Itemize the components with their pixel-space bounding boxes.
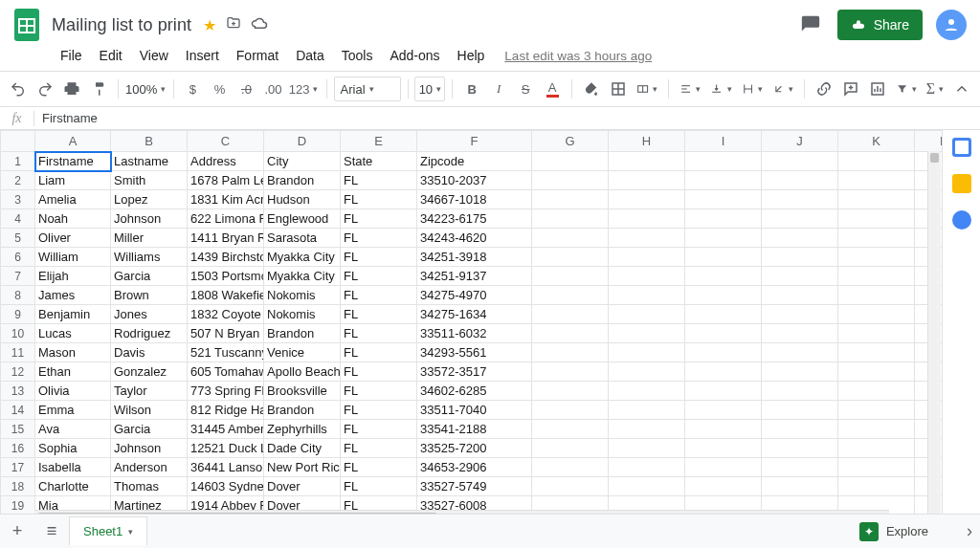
format-percent-button[interactable]: % <box>207 76 232 102</box>
cell[interactable]: Brandon <box>264 401 341 420</box>
cell[interactable] <box>609 477 685 496</box>
cell[interactable] <box>762 229 838 248</box>
menu-addons[interactable]: Add-ons <box>381 44 448 67</box>
cell[interactable] <box>838 362 915 382</box>
cell[interactable]: FL <box>341 362 417 382</box>
row-header[interactable]: 19 <box>1 496 35 515</box>
cell[interactable]: Rodriguez <box>111 324 188 343</box>
cell[interactable]: 34251-9137 <box>417 267 532 286</box>
cell[interactable]: Hudson <box>264 190 341 209</box>
cell[interactable]: Address <box>188 152 264 171</box>
cell[interactable] <box>838 305 915 324</box>
row-header[interactable]: 4 <box>1 209 35 229</box>
formula-input[interactable]: Firstname <box>34 111 105 125</box>
cell[interactable] <box>609 439 685 458</box>
cell[interactable]: Johnson <box>111 209 188 229</box>
cell[interactable] <box>762 267 838 286</box>
cell[interactable] <box>838 324 915 343</box>
print-button[interactable] <box>59 76 84 102</box>
cell[interactable] <box>762 401 838 420</box>
cell[interactable] <box>685 458 762 477</box>
cell[interactable] <box>838 420 915 439</box>
cell[interactable]: Zephyrhills <box>264 420 341 439</box>
cell[interactable]: 34293-5561 <box>417 343 532 362</box>
cell[interactable] <box>685 190 762 209</box>
cell[interactable]: Davis <box>111 343 188 362</box>
cell[interactable] <box>609 362 685 382</box>
cell[interactable] <box>762 248 838 267</box>
cell[interactable] <box>838 209 915 229</box>
cell[interactable]: Olivia <box>35 382 111 401</box>
show-side-panel-button[interactable]: › <box>967 521 972 541</box>
cell[interactable] <box>532 362 609 382</box>
collapse-toolbar-button[interactable] <box>949 76 974 102</box>
cell[interactable]: James <box>35 286 111 305</box>
menu-tools[interactable]: Tools <box>333 44 382 67</box>
italic-button[interactable]: I <box>486 76 511 102</box>
cell[interactable]: Liam <box>35 171 111 190</box>
col-header-G[interactable]: G <box>532 131 609 152</box>
col-header-D[interactable]: D <box>264 131 341 152</box>
cell[interactable] <box>838 286 915 305</box>
row-header[interactable]: 6 <box>1 248 35 267</box>
cell[interactable] <box>532 401 609 420</box>
cell[interactable]: Ethan <box>35 362 111 382</box>
cell[interactable]: 507 N Bryan Cir <box>188 324 264 343</box>
cell[interactable]: 34243-4620 <box>417 229 532 248</box>
paint-format-button[interactable] <box>86 76 111 102</box>
row-header[interactable]: 1 <box>1 152 35 171</box>
cell[interactable]: Sarasota <box>264 229 341 248</box>
cell[interactable] <box>609 229 685 248</box>
cell[interactable]: Isabella <box>35 458 111 477</box>
col-header-A[interactable]: A <box>35 131 111 152</box>
keep-addon-icon[interactable] <box>952 174 971 193</box>
cell[interactable] <box>532 190 609 209</box>
cell[interactable]: Miller <box>111 229 188 248</box>
row-header[interactable]: 16 <box>1 439 35 458</box>
sheet-tab-active[interactable]: Sheet1 <box>69 516 147 545</box>
cell[interactable]: Oliver <box>35 229 111 248</box>
cell[interactable]: FL <box>341 382 417 401</box>
menu-format[interactable]: Format <box>228 44 287 67</box>
cell[interactable]: Taylor <box>111 382 188 401</box>
vertical-align-button[interactable] <box>706 76 735 102</box>
cell[interactable]: 12521 Duck Lak <box>188 439 264 458</box>
cell[interactable]: 33572-3517 <box>417 362 532 382</box>
cell[interactable]: Amelia <box>35 190 111 209</box>
share-button[interactable]: Share <box>837 10 923 40</box>
calendar-addon-icon[interactable] <box>952 138 971 157</box>
col-header-B[interactable]: B <box>111 131 188 152</box>
cell[interactable] <box>532 248 609 267</box>
cell[interactable]: 1808 Wakefield l <box>188 286 264 305</box>
cell[interactable] <box>609 324 685 343</box>
row-header[interactable]: 17 <box>1 458 35 477</box>
cell[interactable]: Firstname <box>35 152 111 171</box>
cell[interactable] <box>532 286 609 305</box>
cell[interactable] <box>762 477 838 496</box>
row-header[interactable]: 12 <box>1 362 35 382</box>
cell[interactable]: 34275-1634 <box>417 305 532 324</box>
cell[interactable] <box>609 458 685 477</box>
account-avatar[interactable] <box>936 10 967 40</box>
cell[interactable] <box>532 458 609 477</box>
cell[interactable]: 31445 Amberlea <box>188 420 264 439</box>
cell[interactable]: Apollo Beach <box>264 362 341 382</box>
cell[interactable]: Lopez <box>111 190 188 209</box>
cell[interactable]: 33527-5749 <box>417 477 532 496</box>
cell[interactable]: Thomas <box>111 477 188 496</box>
cell[interactable] <box>838 343 915 362</box>
cell[interactable]: 33511-6032 <box>417 324 532 343</box>
strikethrough-button[interactable]: S <box>513 76 538 102</box>
star-icon[interactable]: ★ <box>203 16 216 34</box>
cell[interactable] <box>762 305 838 324</box>
comments-button[interactable] <box>793 8 828 42</box>
cell[interactable]: FL <box>341 248 417 267</box>
zoom-dropdown[interactable]: 100% <box>125 76 167 102</box>
cloud-status-icon[interactable] <box>251 16 268 33</box>
cell[interactable] <box>532 382 609 401</box>
cell[interactable] <box>762 362 838 382</box>
cell[interactable]: FL <box>341 324 417 343</box>
borders-button[interactable] <box>606 76 631 102</box>
cell[interactable] <box>838 248 915 267</box>
row-header[interactable]: 11 <box>1 343 35 362</box>
